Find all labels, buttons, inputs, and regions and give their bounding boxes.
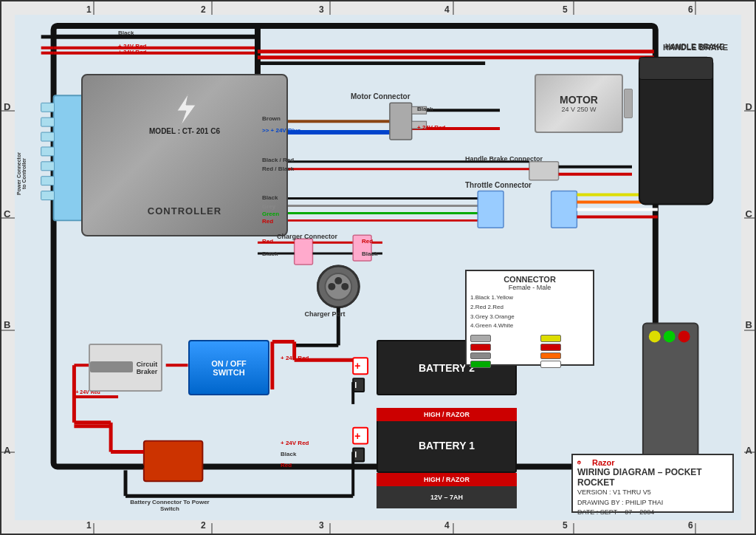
diagram-version: VERSION : V1 THRU V5 [577,488,728,498]
svg-point-40 [341,283,348,290]
switch-box[interactable]: ON / OFF SWITCH [188,340,269,395]
svg-rect-62 [353,449,364,462]
circuit-breaker-box: Circuit Braker [89,344,162,392]
grid-bot-3: 3 [319,520,324,531]
grid-left-A: A [4,445,10,456]
grid-right-B: B [746,319,752,330]
svg-text:R: R [578,462,580,465]
charger-port-label: Charger Port [303,310,347,318]
svg-rect-12 [390,103,412,140]
high-razor-bot: HIGH / RAZOR [377,473,517,486]
circuit-breaker-label: Circuit Braker [133,361,161,375]
high-razor-top: HIGH / RAZOR [377,408,517,421]
razor-brand: Razor [592,458,615,467]
controller-label: CONTROLLER [148,205,221,217]
wire-label-black-chg: Black [262,251,278,257]
throttle-connector-label: Throttle Connector [465,181,532,189]
grid-top-3: 3 [319,4,324,15]
legend-item-2: 3.Grey 3.Orange [470,313,589,322]
battery-connector-label: Battery Connector To Power Switch [126,499,214,512]
charger-port [303,273,340,310]
diagram-inner: + + + I I [15,15,741,520]
title-razor-row: R Razor [577,458,728,467]
svg-rect-30 [295,239,313,265]
wire-label-24v-1: + 24V Red [118,43,146,50]
grid-left-C: C [4,208,10,219]
svg-rect-60 [353,378,364,392]
grid-bot-4: 4 [444,520,450,531]
wire-label-red-motor: + 24V Red [417,124,445,131]
diagram-title: WIRING DIAGRAM – POCKET ROCKET [577,467,728,488]
controller-model: MODEL : CT- 201 C6 [149,127,220,135]
connector-right [540,335,563,368]
battery1-label: BATTERY 1 [419,440,475,451]
lightning-icon [162,90,207,127]
svg-rect-84 [639,58,712,80]
svg-rect-47 [41,132,55,141]
svg-rect-50 [41,177,55,185]
diagram-verified: VERIFIED BY : PAUL WANG [577,518,728,521]
connector-legend-sub: Female - Male [470,284,589,291]
svg-text:+: + [354,430,360,442]
svg-rect-15 [529,162,559,180]
svg-text:+: + [354,360,360,372]
razor-logo-icon: R [577,458,589,467]
legend-item-3: 4.Green 4.White [470,321,589,331]
wire-label-24v-bat: + 24V Red [281,355,309,361]
grid-right-A: A [746,445,752,456]
svg-text:+: + [357,354,365,369]
svg-rect-25 [551,191,577,228]
legend-item-0: 1.Black 1.Yellow [470,293,589,303]
wire-label-24v-2: + 24V Red [118,49,146,55]
wire-label-black-top: Black [118,30,134,36]
svg-point-86 [649,331,661,343]
wire-label-black-chg2: Black [362,251,377,257]
power-connector-label: Power Connector to Controller [16,111,27,236]
motor-label: MOTOR [560,94,598,106]
svg-rect-35 [353,235,371,261]
handle-brake-connector-label: Handle Brake Connector [465,155,543,163]
grid-right-D: D [746,101,752,112]
svg-rect-56 [353,358,368,374]
svg-rect-71 [144,441,203,482]
grid-bot-6: 6 [688,520,693,531]
motor-connector-label: Motor Connector [351,92,410,100]
motor-spec: 24 V 250 W [561,106,596,113]
svg-marker-90 [177,94,196,126]
battery1-box: BATTERY 1 [377,418,517,473]
diagram-drawing: DRAWING BY : PHILIP THAI [577,498,728,508]
grid-bot-1: 1 [86,520,92,531]
switch-label: ON / OFF SWITCH [211,359,247,377]
svg-point-87 [664,331,676,343]
diagram-date: DATE : SEPT – 07 – 2004 [577,508,728,518]
connector-legend: CONNECTOR Female - Male 1.Black 1.Yellow… [465,270,594,366]
grid-top-2: 2 [201,4,206,15]
svg-rect-85 [643,324,698,471]
svg-rect-48 [41,147,55,156]
svg-rect-49 [41,162,55,171]
diagram-container: 1 2 3 4 5 6 1 2 3 4 5 6 D C B A D C B A [0,0,756,535]
circuit-breaker-ridges [90,361,133,372]
title-block: R Razor WIRING DIAGRAM – POCKET ROCKET V… [571,454,734,513]
connector-symbols [470,335,589,368]
wire-label-black-motor: Black [417,106,433,112]
handle-brake-title: HANDLE BRAKE [663,43,728,52]
svg-rect-51 [41,191,55,200]
charger-connector-label: Charger Connector [277,233,337,240]
svg-rect-24 [478,191,504,228]
svg-point-88 [678,331,690,343]
svg-text:I: I [354,450,357,459]
controller-box: MODEL : CT- 201 C6 CONTROLLER [81,74,288,236]
grid-left-D: D [4,101,10,112]
motor-icon [624,89,633,118]
motor-box: MOTOR 24 V 250 W [535,74,623,133]
grid-right-C: C [746,208,752,219]
grid-bot-5: 5 [563,520,568,531]
svg-rect-46 [41,117,55,126]
grid-bot-2: 2 [201,520,206,531]
grid-top-6: 6 [688,4,693,15]
svg-rect-83 [639,58,712,205]
svg-rect-58 [353,428,368,444]
svg-rect-45 [41,103,55,112]
grid-left-B: B [4,319,10,330]
